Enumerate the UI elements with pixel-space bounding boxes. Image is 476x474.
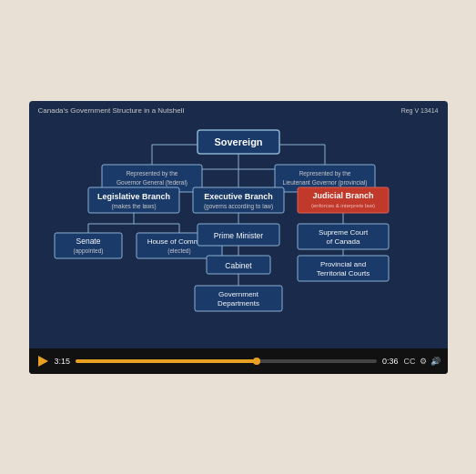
svg-text:(elected): (elected): [167, 247, 190, 255]
time-current: 3:15: [55, 357, 71, 366]
svg-text:Departments: Departments: [218, 299, 259, 308]
svg-text:Cabinet: Cabinet: [225, 261, 252, 270]
time-total: 0:36: [382, 357, 399, 366]
svg-text:(appointed): (appointed): [73, 247, 103, 255]
svg-text:Prime Minister: Prime Minister: [213, 231, 262, 240]
volume-button[interactable]: 🔊: [430, 357, 441, 366]
svg-text:Government: Government: [218, 290, 258, 298]
cc-button[interactable]: CC: [404, 357, 416, 366]
title-bar: Canada's Government Structure in a Nutsh…: [38, 106, 439, 115]
control-bar: 3:15 0:36 CC ⚙ 🔊: [29, 348, 448, 374]
svg-text:Senate: Senate: [76, 237, 100, 246]
svg-text:(enforces & interprets law): (enforces & interprets law): [310, 203, 374, 208]
sovereign-label: Sovereign: [214, 136, 262, 147]
svg-text:Executive Branch: Executive Branch: [204, 192, 273, 201]
svg-text:Territorial Courts: Territorial Courts: [316, 269, 370, 277]
svg-marker-53: [38, 356, 48, 367]
settings-button[interactable]: ⚙: [420, 357, 427, 366]
diagram-area: Sovereign Represented by the Governor Ge…: [29, 119, 448, 347]
svg-text:(governs according to law): (governs according to law): [203, 203, 272, 210]
progress-bar[interactable]: [76, 359, 377, 363]
video-id: Reg V 13414: [401, 107, 439, 114]
video-title: Canada's Government Structure in a Nutsh…: [38, 106, 185, 115]
control-icons: CC ⚙ 🔊: [404, 357, 441, 366]
svg-text:Represented by the: Represented by the: [299, 170, 350, 177]
svg-text:Represented by the: Represented by the: [126, 170, 177, 177]
progress-dot: [253, 358, 260, 365]
svg-text:Supreme Court: Supreme Court: [318, 228, 368, 237]
diagram-svg: Sovereign Represented by the Governor Ge…: [29, 119, 448, 347]
svg-text:of Canada: of Canada: [326, 237, 360, 246]
svg-text:Judicial Branch: Judicial Branch: [312, 191, 373, 200]
svg-text:Provincial and: Provincial and: [319, 260, 365, 268]
svg-text:Legislative Branch: Legislative Branch: [96, 192, 169, 201]
progress-fill: [76, 359, 257, 363]
play-button[interactable]: [36, 355, 49, 368]
svg-text:Governor General (federal): Governor General (federal): [116, 179, 187, 187]
video-player[interactable]: Canada's Government Structure in a Nutsh…: [29, 101, 448, 374]
svg-text:Lieutenant Governor (provincia: Lieutenant Governor (provincial): [282, 179, 367, 187]
svg-text:(makes the laws): (makes the laws): [111, 203, 156, 210]
